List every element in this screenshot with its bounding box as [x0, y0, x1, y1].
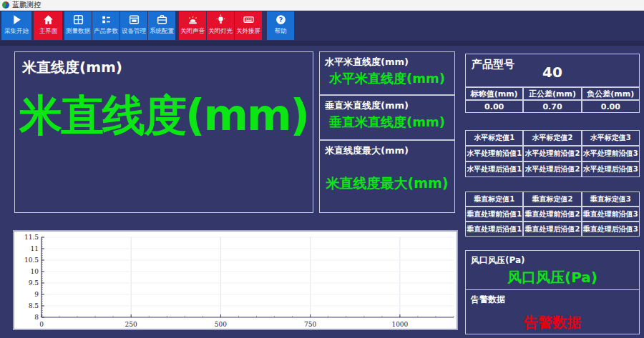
svg-text:11.5: 11.5 [24, 234, 39, 241]
product-model-value: 40 [466, 64, 639, 81]
wind-pressure-title: 风口风压(Pa) [466, 251, 639, 267]
table-cell: 垂直标定值3 [582, 192, 640, 207]
table-cell: 垂直处理后沿值1 [465, 222, 523, 237]
system-config-icon [156, 14, 168, 26]
toolbar-button-measure-data[interactable]: 测量数据 [64, 11, 92, 40]
toolbar-button-label: 产品参数 [94, 26, 118, 35]
horizontal-straightness-value: 水平米直线度(mm) [320, 70, 454, 87]
tolerance-value-cell: 0.00 [582, 100, 640, 113]
horizontal-calibration-table: 水平标定值1 水平标定值2 水平标定值3 水平处理前沿值1 水平处理前沿值2 水… [465, 130, 640, 177]
table-cell: 水平处理后沿值3 [582, 161, 640, 177]
measurement-chart: 88.599.51010.51111.502505007501000 [13, 230, 458, 330]
horizontal-straightness-panel: 水平米直线度(mm) 水平米直线度(mm) [319, 51, 455, 95]
svg-text:9.5: 9.5 [29, 279, 39, 287]
wind-pressure-value: 风口风压(Pa) [466, 268, 639, 287]
toolbar-button-close-sound[interactable]: 关闭声音 [179, 11, 206, 40]
external-screen-icon [243, 14, 255, 26]
table-cell: 水平标定值3 [582, 130, 640, 146]
toolbar-button-label: 采集开始 [4, 26, 29, 35]
help-icon: ? [275, 14, 287, 26]
meter-straightness-panel: 米直线度(mm) 米直线度(mm) [14, 51, 313, 213]
table-cell: 水平处理后沿值2 [523, 161, 581, 177]
tolerance-value-cell: 0.70 [523, 100, 581, 113]
toolbar-button-product-params[interactable]: 产品参数 [92, 11, 119, 40]
tolerance-header-cell: 负公差(mm) [582, 87, 640, 100]
toolbar-button-help[interactable]: ? 帮助 [267, 11, 294, 40]
chart-plot-area: 88.599.51010.51111.502505007501000 [14, 232, 457, 329]
svg-text:11: 11 [31, 245, 39, 252]
table-cell: 水平处理前沿值3 [582, 146, 640, 161]
svg-text:?: ? [278, 16, 283, 24]
vertical-straightness-value: 垂直米直线度(mm) [320, 114, 454, 131]
toolbar-button-label: 测量数据 [66, 26, 90, 35]
svg-text:250: 250 [125, 321, 137, 328]
toolbar: 采集开始 主界面 测量数据 产品参数 [0, 11, 644, 41]
tolerance-value-cell: 0.00 [465, 100, 523, 113]
product-model-panel: 产品型号 40 [465, 54, 640, 87]
toolbar-divider [0, 41, 644, 46]
table-cell: 垂直处理前沿值1 [465, 207, 523, 222]
wind-pressure-section: 风口风压(Pa) 风口风压(Pa) [466, 251, 639, 290]
toolbar-button-label: 关闭灯光 [208, 26, 233, 35]
tolerance-header-cell: 标称值(mm) [465, 87, 523, 100]
alarm-data-title: 告警数据 [466, 290, 639, 306]
table-cell: 垂直处理后沿值3 [582, 222, 640, 237]
toolbar-button-start-collect[interactable]: 采集开始 [1, 11, 31, 40]
table-cell: 水平标定值2 [523, 130, 581, 146]
svg-text:9: 9 [34, 291, 39, 298]
app-window: 蓝鹏测控 采集开始 主界面 测量数据 [0, 0, 644, 338]
vertical-calibration-table: 垂直标定值1 垂直标定值2 垂直标定值3 垂直处理前沿值1 垂直处理前沿值2 垂… [465, 192, 640, 237]
meter-straightness-title: 米直线度(mm) [15, 52, 313, 77]
toolbar-button-label: 系统配置 [150, 26, 174, 35]
alarm-data-value: 告警数据 [466, 313, 639, 332]
svg-text:500: 500 [215, 321, 227, 328]
app-logo-icon [2, 1, 9, 9]
tolerance-header-cell: 正公差(mm) [523, 87, 581, 100]
alarm-data-section: 告警数据 告警数据 [466, 290, 639, 334]
svg-text:8: 8 [34, 314, 39, 321]
light-bulb-icon [215, 14, 227, 26]
tolerance-table: 标称值(mm) 正公差(mm) 负公差(mm) 0.00 0.70 0.00 [465, 87, 640, 113]
toolbar-button-label: 主界面 [39, 26, 57, 35]
toolbar-button-external-screen[interactable]: 关外接屏 [235, 11, 262, 40]
device-window-icon [128, 14, 140, 26]
horizontal-straightness-title: 水平米直线度(mm) [320, 52, 454, 69]
toolbar-button-close-light[interactable]: 关闭灯光 [207, 11, 234, 40]
table-cell: 水平标定值1 [465, 130, 523, 146]
table-cell: 水平处理后沿值1 [465, 161, 523, 177]
play-icon [11, 14, 23, 26]
table-cell: 垂直处理前沿值3 [582, 207, 640, 222]
table-cell: 垂直处理前沿值2 [523, 207, 581, 222]
toolbar-button-device-manage[interactable]: 设备管理 [120, 11, 147, 40]
max-straightness-title: 米直线度最大(mm) [320, 141, 454, 157]
home-icon [42, 14, 54, 26]
table-cell: 水平处理前沿值2 [523, 146, 581, 161]
max-straightness-value: 米直线度最大(mm) [320, 174, 454, 193]
table-cell: 水平处理前沿值1 [465, 146, 523, 161]
toolbar-button-label: 关外接屏 [236, 26, 260, 35]
meter-straightness-value: 米直线度(mm) [15, 87, 313, 145]
svg-text:1000: 1000 [391, 321, 408, 328]
max-straightness-panel: 米直线度最大(mm) 米直线度最大(mm) [319, 140, 455, 213]
title-bar: 蓝鹏测控 [0, 0, 644, 11]
toolbar-button-main-screen[interactable]: 主界面 [34, 11, 62, 40]
table-cell: 垂直标定值2 [523, 192, 581, 207]
svg-text:10.5: 10.5 [24, 257, 39, 264]
siren-icon [187, 14, 199, 26]
table-cell: 垂直处理后沿值2 [523, 222, 581, 237]
vertical-straightness-panel: 垂直米直线度(mm) 垂直米直线度(mm) [319, 95, 455, 140]
toolbar-button-label: 设备管理 [122, 26, 146, 35]
table-cell: 垂直标定值1 [465, 192, 523, 207]
product-params-icon [100, 14, 112, 26]
data-grid-icon [72, 14, 84, 26]
toolbar-button-label: 关闭声音 [180, 26, 205, 35]
svg-text:750: 750 [304, 321, 316, 328]
svg-text:8.5: 8.5 [29, 302, 39, 309]
svg-text:0: 0 [39, 321, 44, 328]
toolbar-button-system-config[interactable]: 系统配置 [148, 11, 175, 40]
toolbar-button-label: 帮助 [274, 26, 286, 35]
svg-text:10: 10 [31, 268, 39, 275]
wind-alarm-panel: 风口风压(Pa) 风口风压(Pa) 告警数据 告警数据 [465, 250, 640, 334]
window-title: 蓝鹏测控 [12, 0, 41, 10]
vertical-straightness-title: 垂直米直线度(mm) [320, 96, 454, 112]
